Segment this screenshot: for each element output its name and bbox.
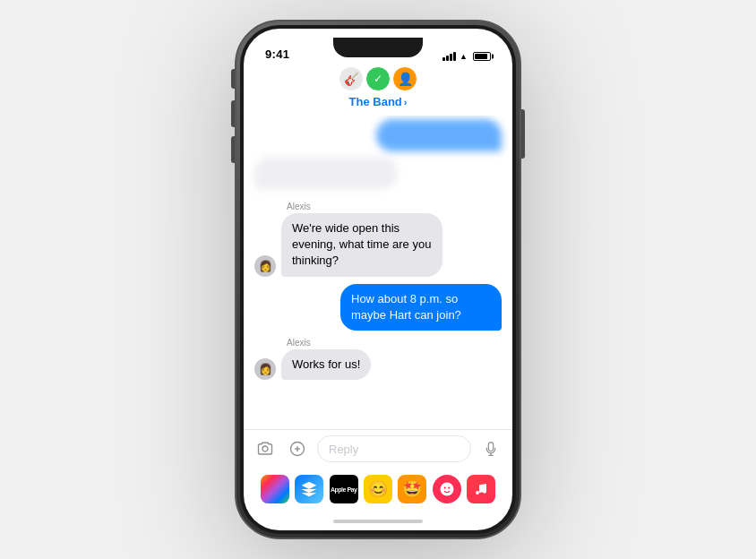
notch bbox=[333, 38, 423, 57]
wifi-icon: ▲ bbox=[460, 52, 468, 61]
blurred-left-bubble bbox=[254, 157, 502, 189]
message-row-1: 👩 We're wide open this evening, what tim… bbox=[254, 213, 502, 277]
app-stickers[interactable] bbox=[433, 475, 461, 503]
signal-icon bbox=[442, 52, 456, 61]
app-strip: Apple Pay 😊 🤩 bbox=[244, 469, 512, 512]
app-memoji[interactable]: 😊 bbox=[364, 475, 392, 503]
avatar-person1: 👤 bbox=[392, 66, 417, 91]
group-name-text: The Band bbox=[349, 95, 402, 108]
svg-point-0 bbox=[262, 446, 268, 452]
app-photos[interactable] bbox=[261, 475, 289, 503]
message-row-2: How about 8 p.m. so maybe Hart can join? bbox=[254, 284, 502, 331]
camera-button[interactable] bbox=[253, 436, 278, 461]
avatar-alexis-1: 👩 bbox=[254, 255, 276, 277]
avatar-emoji-guitar: 🎸 bbox=[339, 66, 364, 91]
messages-area: Alexis 👩 We're wide open this evening, w… bbox=[244, 116, 512, 429]
status-icons: ▲ bbox=[442, 52, 491, 61]
message-group-3: Alexis 👩 Works for us! bbox=[254, 338, 502, 380]
sender-label-3: Alexis bbox=[254, 338, 502, 348]
message-group-1: Alexis 👩 We're wide open this evening, w… bbox=[254, 202, 502, 277]
svg-point-8 bbox=[448, 486, 450, 488]
sender-label-1: Alexis bbox=[254, 202, 502, 211]
svg-point-7 bbox=[443, 486, 445, 488]
bubble-incoming-1: We're wide open this evening, what time … bbox=[281, 213, 442, 277]
svg-point-6 bbox=[440, 483, 453, 496]
group-name-chevron: › bbox=[404, 97, 408, 108]
reply-placeholder: Reply bbox=[329, 443, 358, 456]
app-music[interactable] bbox=[467, 475, 495, 503]
status-time: 9:41 bbox=[265, 47, 289, 61]
input-area: Reply bbox=[244, 429, 512, 469]
home-bar bbox=[333, 520, 423, 523]
svg-point-9 bbox=[476, 491, 479, 494]
app-animoji[interactable]: 🤩 bbox=[398, 475, 426, 503]
avatar-alexis-2: 👩 bbox=[254, 358, 276, 380]
avatar-check: ✓ bbox=[365, 66, 391, 91]
chat-header[interactable]: 🎸 ✓ 👤 The Band › bbox=[244, 64, 512, 116]
app-appstore[interactable] bbox=[295, 475, 323, 503]
app-apple-pay[interactable]: Apple Pay bbox=[330, 475, 358, 503]
group-avatars: 🎸 ✓ 👤 bbox=[339, 66, 417, 91]
reply-input[interactable]: Reply bbox=[317, 435, 471, 462]
home-indicator[interactable] bbox=[244, 512, 512, 530]
blurred-right-bubble bbox=[254, 119, 502, 151]
bubble-outgoing-1: How about 8 p.m. so maybe Hart can join? bbox=[340, 284, 502, 331]
bubble-incoming-3: Works for us! bbox=[281, 349, 371, 380]
audio-button[interactable] bbox=[478, 436, 503, 461]
phone-device: 9:41 ▲ 🎸 ✓ 👤 bbox=[235, 20, 521, 539]
battery-icon bbox=[473, 52, 491, 61]
group-name[interactable]: The Band › bbox=[349, 95, 408, 108]
message-row-3: 👩 Works for us! bbox=[254, 349, 502, 380]
power-button[interactable] bbox=[521, 109, 525, 159]
blurred-messages bbox=[254, 119, 502, 194]
input-row: Reply bbox=[253, 435, 503, 462]
svg-point-10 bbox=[483, 490, 486, 494]
phone-screen: 9:41 ▲ 🎸 ✓ 👤 bbox=[244, 29, 512, 530]
apps-button[interactable] bbox=[285, 436, 310, 461]
